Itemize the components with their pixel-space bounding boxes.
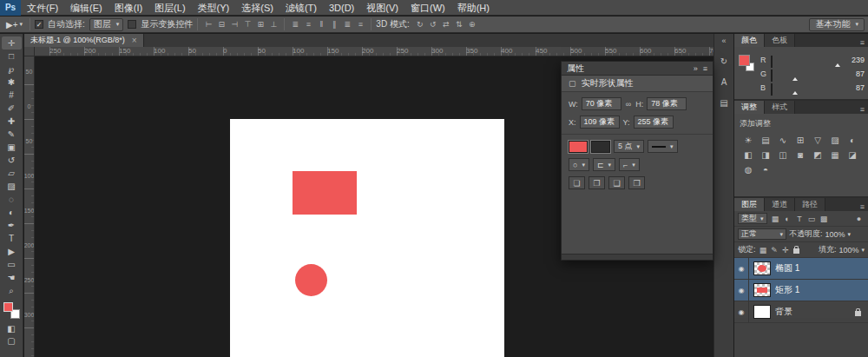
tool-button[interactable]: ⌕: [2, 284, 22, 297]
tab-styles[interactable]: 样式: [765, 101, 795, 114]
height-field[interactable]: 78 像素: [647, 97, 687, 110]
fill-value[interactable]: 100%: [838, 246, 858, 255]
3d-mode-icon[interactable]: ⇄: [440, 20, 452, 29]
tool-button[interactable]: ✒: [2, 219, 22, 232]
filter-switch-icon[interactable]: ●: [853, 215, 865, 223]
panel-menu-icon[interactable]: ≡: [860, 105, 865, 114]
visibility-eye-icon[interactable]: ◉: [734, 258, 749, 280]
align-icon[interactable]: ⊥: [267, 20, 279, 29]
slider-thumb[interactable]: [835, 63, 840, 67]
show-transform-checkbox[interactable]: [128, 20, 136, 29]
tool-button[interactable]: T: [2, 232, 22, 245]
ellipse-shape[interactable]: [295, 264, 327, 296]
layer-row-background[interactable]: ◉ 背景: [734, 301, 868, 323]
y-field[interactable]: 255 像素: [634, 116, 674, 129]
layer-thumbnail[interactable]: [753, 283, 771, 297]
close-icon[interactable]: ×: [132, 36, 137, 45]
align-icon[interactable]: ⊤: [241, 20, 253, 29]
tool-button[interactable]: ↺: [2, 154, 22, 167]
adjustment-icon[interactable]: ◐: [844, 133, 861, 148]
layer-filter-icon[interactable]: ▩: [819, 215, 830, 223]
layer-thumbnail[interactable]: [753, 261, 771, 275]
layer-name[interactable]: 矩形 1: [775, 284, 868, 296]
visibility-eye-icon[interactable]: ◉: [734, 280, 749, 301]
adjustment-icon[interactable]: ◫: [774, 148, 792, 162]
adjustment-icon[interactable]: ◩: [809, 148, 826, 162]
panel-menu-icon[interactable]: ≡: [703, 64, 707, 73]
adjustment-icon[interactable]: ⊞: [792, 133, 809, 148]
channel-value[interactable]: 87: [845, 69, 865, 78]
foreground-color-swatch[interactable]: [739, 55, 750, 66]
adjustment-icon[interactable]: ▤: [757, 133, 774, 148]
menu-item[interactable]: 滤镜(T): [279, 0, 323, 16]
adjustment-icon[interactable]: ◨: [757, 148, 774, 162]
lock-all-icon[interactable]: [793, 248, 799, 254]
stroke-option-combo[interactable]: ⌐ ▾: [619, 158, 640, 171]
adjustment-icon[interactable]: ◓: [757, 162, 774, 177]
pathfinder-button[interactable]: ❏: [569, 176, 585, 189]
align-icon[interactable]: ⊞: [254, 20, 266, 29]
panel-menu-icon[interactable]: ≡: [860, 38, 865, 47]
stroke-option-combo[interactable]: ○ ▾: [569, 158, 589, 171]
link-dimensions-icon[interactable]: ∞: [625, 100, 632, 109]
3d-mode-icon[interactable]: ⇅: [453, 20, 465, 29]
tool-button[interactable]: ✐: [2, 102, 22, 115]
tab-layers[interactable]: 图层: [734, 198, 765, 211]
filter-kind-dropdown[interactable]: 类型 ▾: [738, 213, 767, 224]
document-canvas[interactable]: [230, 119, 504, 357]
adjustment-icon[interactable]: ☀: [740, 133, 757, 148]
distribute-icon[interactable]: ≣: [289, 20, 301, 29]
tool-button[interactable]: ✚: [2, 115, 22, 128]
tool-button[interactable]: ✛: [2, 36, 22, 50]
channel-value[interactable]: 87: [845, 83, 865, 92]
auto-select-checkbox[interactable]: ✓: [35, 20, 43, 29]
layer-name[interactable]: 背景: [775, 306, 855, 318]
adjustment-icon[interactable]: ∿: [774, 133, 792, 148]
lock-option-icon[interactable]: ✛: [781, 246, 791, 255]
distribute-icon[interactable]: ≡: [302, 20, 314, 29]
3d-mode-icon[interactable]: ↺: [427, 20, 439, 29]
menu-item[interactable]: 图像(I): [108, 0, 148, 16]
align-icon[interactable]: ⊟: [215, 20, 227, 29]
layer-row-ellipse[interactable]: ◉ 椭圆 1: [734, 258, 868, 280]
tool-button[interactable]: ◐: [2, 206, 22, 219]
layer-filter-icon[interactable]: T: [794, 215, 806, 223]
stroke-color-swatch[interactable]: [591, 141, 610, 153]
blend-mode-dropdown[interactable]: 正常 ▾: [738, 228, 786, 240]
tool-preset-picker[interactable]: ▶+ ▾: [3, 20, 25, 30]
align-icon[interactable]: ⊣: [228, 20, 240, 29]
properties-tab[interactable]: 属性: [567, 63, 584, 75]
layer-thumbnail[interactable]: [753, 305, 771, 319]
tool-button[interactable]: ◌: [2, 193, 22, 206]
tool-button[interactable]: ✎: [2, 128, 22, 141]
pathfinder-button[interactable]: ❐: [589, 176, 605, 189]
menu-item[interactable]: 图层(L): [148, 0, 191, 16]
menu-item[interactable]: 视图(V): [360, 0, 404, 16]
layer-filter-icon[interactable]: ▦: [770, 215, 781, 223]
menu-item[interactable]: 3D(D): [323, 0, 360, 16]
slider-thumb[interactable]: [792, 91, 798, 95]
document-tab[interactable]: 未标题-1 @ 100%(RGB/8*) ×: [24, 34, 144, 47]
panel-menu-icon[interactable]: ≡: [860, 202, 865, 211]
layer-name[interactable]: 椭圆 1: [775, 262, 868, 274]
stroke-style-combo[interactable]: ▾: [648, 140, 678, 153]
vertical-ruler[interactable]: 50050100150200250300: [24, 56, 35, 357]
layer-filter-icon[interactable]: ◐: [782, 215, 793, 223]
menu-item[interactable]: 窗口(W): [404, 0, 451, 16]
toolbar-mode-button[interactable]: ◧: [2, 322, 22, 334]
adjustment-icon[interactable]: ◪: [844, 148, 861, 162]
tool-button[interactable]: ℘: [2, 63, 22, 76]
menu-item[interactable]: 选择(S): [235, 0, 279, 16]
adjustment-icon[interactable]: ◙: [792, 148, 809, 162]
dock-panel-icon[interactable]: ▤: [717, 96, 732, 109]
adjustment-icon[interactable]: ▽: [809, 133, 826, 148]
red-slider[interactable]: [771, 56, 842, 64]
tool-button[interactable]: ▱: [2, 167, 22, 180]
horizontal-ruler[interactable]: 2502001501005005010015020025030035040045…: [35, 47, 713, 56]
toolbar-mode-button[interactable]: ▢: [2, 334, 22, 347]
tool-button[interactable]: ▨: [2, 180, 22, 193]
x-field[interactable]: 109 像素: [580, 116, 620, 129]
tool-button[interactable]: ▭: [2, 258, 22, 271]
pathfinder-button[interactable]: ❒: [628, 176, 645, 189]
properties-titlebar[interactable]: 属性 » ≡: [562, 62, 713, 76]
